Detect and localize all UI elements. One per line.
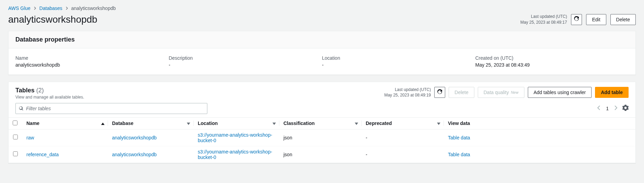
- add-table-button[interactable]: Add table: [595, 87, 629, 98]
- chevron-right-icon: [65, 5, 69, 11]
- prop-created-value: May 25, 2023 at 08:43:49: [475, 62, 620, 68]
- col-database-header[interactable]: Database: [112, 121, 133, 126]
- last-updated: Last updated (UTC) May 25, 2023 at 08:49…: [520, 14, 567, 25]
- deprecated-cell: -: [362, 129, 444, 146]
- refresh-icon: [574, 16, 579, 23]
- page-title: analyticsworkshopdb: [8, 14, 97, 25]
- tables-title: Tables: [15, 87, 35, 94]
- last-updated-label: Last updated (UTC): [520, 14, 567, 20]
- last-updated-value: May 25, 2023 at 08:49:17: [520, 20, 567, 25]
- view-data-link[interactable]: Table data: [448, 135, 470, 140]
- page-number: 1: [606, 106, 609, 111]
- table-row: raw analyticsworkshopdb s3://yourname-an…: [9, 129, 635, 146]
- delete-button[interactable]: Delete: [610, 14, 636, 25]
- filter-tables-input[interactable]: [15, 103, 207, 114]
- refresh-icon: [437, 89, 442, 96]
- prop-description-value: -: [169, 62, 314, 68]
- filter-icon[interactable]: [355, 121, 358, 126]
- classification-cell: json: [279, 146, 362, 163]
- database-link[interactable]: analyticsworkshopdb: [112, 152, 157, 157]
- view-data-link[interactable]: Table data: [448, 152, 470, 157]
- location-link[interactable]: s3://yourname-analytics-workshop-bucket-…: [198, 132, 272, 143]
- table-row: reference_data analyticsworkshopdb s3://…: [9, 146, 635, 163]
- next-page-button[interactable]: [613, 105, 618, 112]
- filter-icon[interactable]: [272, 121, 276, 126]
- tables-table: Name Database Location: [9, 117, 635, 163]
- prop-location-value: -: [322, 62, 467, 68]
- prev-page-button[interactable]: [596, 105, 602, 112]
- col-classification-header[interactable]: Classification: [283, 121, 315, 126]
- tables-last-updated: Last updated (UTC) May 25, 2023 at 08:49…: [384, 87, 431, 99]
- prop-name-label: Name: [15, 55, 160, 61]
- row-checkbox[interactable]: [13, 151, 18, 156]
- tables-delete-button[interactable]: Delete: [449, 87, 474, 98]
- prop-description-label: Description: [169, 55, 314, 61]
- breadcrumb-databases[interactable]: Databases: [39, 5, 62, 11]
- col-deprecated-header[interactable]: Deprecated: [366, 121, 392, 126]
- deprecated-cell: -: [362, 146, 444, 163]
- add-tables-crawler-button[interactable]: Add tables using crawler: [528, 87, 592, 98]
- prop-created-label: Created on (UTC): [475, 55, 620, 61]
- tables-subtitle: View and manage all available tables.: [15, 95, 84, 100]
- col-name-header[interactable]: Name: [26, 121, 39, 126]
- gear-icon: [622, 106, 629, 112]
- prop-location-label: Location: [322, 55, 467, 61]
- tables-last-updated-label: Last updated (UTC): [384, 87, 431, 93]
- row-checkbox[interactable]: [13, 135, 18, 139]
- tables-count: (2): [36, 87, 44, 94]
- sort-asc-icon[interactable]: [101, 121, 105, 126]
- refresh-button[interactable]: [571, 14, 582, 25]
- tables-refresh-button[interactable]: [434, 87, 445, 98]
- prop-name-value: analyticsworkshopdb: [15, 62, 160, 68]
- data-quality-label: Data quality: [484, 90, 509, 95]
- select-all-checkbox[interactable]: [13, 121, 17, 125]
- table-name-link[interactable]: raw: [26, 135, 34, 140]
- chevron-right-icon: [33, 5, 37, 11]
- filter-icon[interactable]: [437, 121, 440, 126]
- col-viewdata-header[interactable]: View data: [448, 121, 470, 126]
- data-quality-button[interactable]: Data quality New: [478, 87, 524, 98]
- breadcrumb-root[interactable]: AWS Glue: [8, 5, 31, 11]
- settings-button[interactable]: [622, 105, 629, 112]
- edit-button[interactable]: Edit: [586, 14, 606, 25]
- col-location-header[interactable]: Location: [198, 121, 218, 126]
- location-link[interactable]: s3://yourname-analytics-workshop-bucket-…: [198, 149, 272, 160]
- breadcrumb-current: analyticsworkshopdb: [71, 5, 116, 11]
- tables-last-updated-value: May 25, 2023 at 08:49:19: [384, 92, 431, 98]
- new-badge: New: [511, 90, 519, 94]
- filter-icon[interactable]: [187, 121, 190, 126]
- breadcrumb: AWS Glue Databases analyticsworkshopdb: [8, 5, 636, 11]
- database-link[interactable]: analyticsworkshopdb: [112, 135, 157, 140]
- properties-title: Database properties: [15, 36, 629, 43]
- table-name-link[interactable]: reference_data: [26, 152, 59, 157]
- classification-cell: json: [279, 129, 362, 146]
- tables-panel: Tables (2) View and manage all available…: [8, 82, 636, 163]
- database-properties-panel: Database properties Name analyticsworksh…: [8, 31, 636, 75]
